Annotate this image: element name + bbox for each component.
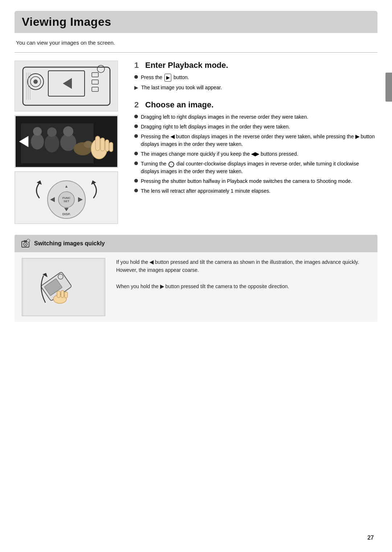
step-2-bullet-3-text: Pressing the ◀ button displays images in… — [141, 133, 377, 148]
step-2-bullet-3: Pressing the ◀ button displays images in… — [134, 133, 377, 148]
bullet-circle-icon — [134, 179, 138, 183]
svg-point-16 — [33, 127, 42, 136]
page-title: Viewing Images — [22, 15, 370, 29]
tip-title: Switching images quickly — [34, 240, 105, 247]
step-1: 1 Enter Playback mode. Press the ▶ butto… — [134, 61, 377, 91]
step-2-bullet-7: The lens will retract after approximatel… — [134, 187, 377, 195]
tip-body: If you hold the ◀ button pressed and til… — [15, 252, 377, 322]
tip-body-line1: If you hold the ◀ button pressed and til… — [116, 258, 370, 274]
svg-rect-26 — [101, 138, 105, 151]
right-content-column: 1 Enter Playback mode. Press the ▶ butto… — [134, 61, 377, 224]
tip-icon — [20, 238, 30, 249]
bullet-circle-icon — [134, 124, 138, 128]
playback-button-icon: ▶ — [164, 74, 171, 82]
dpad-image: FUNC SET ▲ DISP. — [15, 171, 118, 224]
svg-rect-25 — [95, 136, 100, 151]
tip-section: Switching images quickly — [15, 235, 377, 322]
step-1-header: 1 Enter Playback mode. — [134, 61, 377, 70]
page: Viewing Images You can view your images … — [0, 0, 392, 552]
step-2-bullet-2-text: Dragging right to left displays images i… — [141, 123, 290, 131]
step-2-bullet-6-text: Pressing the shutter button halfway in P… — [141, 177, 352, 185]
svg-point-9 — [97, 65, 105, 73]
step-1-bullets: Press the ▶ button. ▶ The last image you… — [134, 74, 377, 91]
svg-rect-54 — [57, 291, 60, 298]
step-2-bullet-6: Pressing the shutter button halfway in P… — [134, 177, 377, 185]
tip-illustration — [22, 258, 105, 316]
svg-rect-8 — [92, 87, 98, 91]
main-content-grid: FUNC SET ▲ DISP. — [15, 61, 377, 224]
step-2-number: 2 — [134, 100, 142, 110]
tip-icon-svg — [20, 238, 30, 249]
svg-rect-27 — [105, 140, 109, 151]
dpad-svg: FUNC SET ▲ DISP. — [16, 172, 117, 223]
left-images-column: FUNC SET ▲ DISP. — [15, 61, 123, 224]
bullet-circle-icon — [134, 161, 138, 165]
bullet-circle-icon — [134, 189, 138, 192]
tip-illustration-svg — [24, 259, 103, 315]
camera-back-image — [15, 61, 118, 111]
svg-point-17 — [45, 134, 59, 152]
step-2-bullet-4: The images change more quickly if you ke… — [134, 150, 377, 158]
photo-swipe-image — [15, 115, 118, 168]
svg-text:DISP.: DISP. — [62, 212, 70, 216]
step-2-bullet-4-text: The images change more quickly if you ke… — [141, 150, 298, 158]
step-2-bullets: Dragging left to right displays images i… — [134, 113, 377, 195]
title-bar: Viewing Images — [15, 11, 377, 33]
bullet-circle-icon — [134, 115, 138, 118]
step-1-bullet-2-text: The last image you took will appear. — [141, 84, 222, 91]
step-2-title: Choose an image. — [145, 100, 213, 110]
right-tab — [385, 73, 392, 102]
step-2: 2 Choose an image. Dragging left to righ… — [134, 100, 377, 195]
step-2-bullet-5-text: Turning the ○ dial counter-clockwise dis… — [141, 160, 377, 175]
step-1-bullet-1: Press the ▶ button. — [134, 74, 377, 82]
step-2-bullet-1: Dragging left to right displays images i… — [134, 113, 377, 121]
step-2-bullet-2: Dragging right to left displays images i… — [134, 123, 377, 131]
svg-point-20 — [63, 126, 73, 136]
svg-rect-56 — [65, 292, 68, 298]
step-1-bullet-2: ▶ The last image you took will appear. — [134, 84, 377, 91]
bullet-circle-icon — [134, 75, 138, 79]
svg-rect-6 — [92, 73, 98, 77]
tip-header: Switching images quickly — [15, 235, 377, 252]
svg-point-43 — [25, 244, 26, 245]
svg-rect-7 — [92, 80, 98, 84]
svg-text:FUNC: FUNC — [62, 196, 70, 200]
step-2-header: 2 Choose an image. — [134, 100, 377, 110]
arrow-icon: ▶ — [134, 84, 138, 91]
tip-text: If you hold the ◀ button pressed and til… — [116, 258, 370, 316]
step-1-bullet-1-text: Press the ▶ button. — [141, 74, 189, 82]
step-2-bullet-7-text: The lens will retract after approximatel… — [141, 187, 270, 195]
intro-rule — [15, 52, 377, 53]
svg-text:▲: ▲ — [64, 184, 68, 188]
svg-point-5 — [33, 79, 38, 84]
tip-body-line2: When you hold the ▶ button pressed tilt … — [116, 282, 370, 290]
intro-text: You can view your images on the screen. — [15, 40, 377, 46]
step-2-bullet-1-text: Dragging left to right displays images i… — [141, 113, 308, 121]
step-1-number: 1 — [134, 61, 142, 70]
step-2-bullet-5: Turning the ○ dial counter-clockwise dis… — [134, 160, 377, 175]
bullet-circle-icon — [134, 152, 138, 155]
photo-swipe-svg — [16, 116, 117, 167]
svg-marker-2 — [63, 78, 72, 89]
bullet-circle-icon — [134, 134, 138, 138]
svg-text:SET: SET — [64, 200, 69, 203]
page-number: 27 — [367, 535, 374, 541]
camera-back-svg — [16, 62, 117, 111]
svg-point-15 — [31, 134, 44, 150]
step-1-title: Enter Playback mode. — [145, 61, 228, 70]
svg-point-18 — [47, 127, 57, 137]
svg-rect-55 — [61, 290, 64, 298]
svg-rect-28 — [109, 142, 113, 152]
